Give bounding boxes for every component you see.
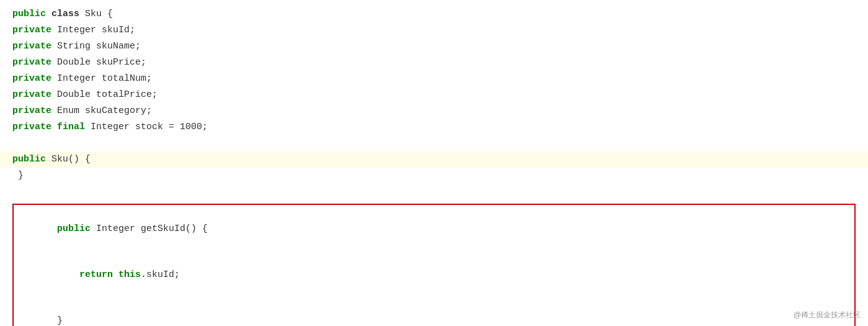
code-text: String skuName; (51, 39, 141, 54)
code-line-getter-close: } (14, 298, 854, 326)
code-text: Integer skuId; (51, 23, 135, 38)
keyword-public: public (57, 224, 91, 234)
keyword-private: private (12, 55, 51, 70)
code-text: Integer getSkuId() { (91, 224, 208, 234)
watermark: @稀土掘金技术社区 (794, 309, 861, 321)
code-text: } (57, 315, 63, 326)
keyword-private: private (12, 23, 51, 38)
code-text: Sku() { (46, 152, 91, 167)
code-line-field6: private Enum skuCategory; (0, 103, 868, 119)
code-line-class: public class Sku { (0, 6, 868, 22)
code-text: Sku { (79, 7, 113, 22)
code-text: } (12, 168, 24, 183)
code-line-constructor-close: } (0, 168, 868, 184)
code-line-getter-body: return this.skuId; (14, 252, 854, 298)
code-text: Integer totalNum; (51, 71, 152, 86)
code-line-empty2 (0, 184, 868, 200)
code-editor: public class Sku { private Integer skuId… (0, 0, 868, 326)
getter-box: public Integer getSkuId() { return this.… (12, 204, 856, 326)
code-text (46, 7, 51, 22)
code-line-field4: private Integer totalNum; (0, 71, 868, 87)
code-line-field7: private final Integer stock = 1000; (0, 119, 868, 135)
code-line-field2: private String skuName; (0, 38, 868, 55)
code-line-field3: private Double skuPrice; (0, 55, 868, 71)
keyword-this: this (118, 269, 141, 280)
code-text: Integer stock = 1000; (85, 120, 208, 135)
keyword-private: private (12, 104, 51, 119)
code-text: Double skuPrice; (51, 55, 146, 70)
code-text: Enum skuCategory; (51, 104, 152, 119)
code-text: .skuId; (141, 269, 180, 280)
code-text (113, 269, 118, 280)
keyword-private: private (12, 39, 51, 54)
keyword-public: public (12, 7, 46, 22)
keyword-private: private (12, 120, 51, 135)
code-text (51, 120, 57, 135)
code-line-empty1 (0, 135, 868, 152)
code-line-field1: private Integer skuId; (0, 22, 868, 38)
code-line-field5: private Double totalPrice; (0, 87, 868, 103)
keyword-private: private (12, 71, 51, 86)
code-text (57, 269, 79, 280)
keyword-class: class (51, 7, 79, 22)
keyword-private: private (12, 88, 51, 102)
code-text: Double totalPrice; (51, 88, 157, 102)
code-line-getter-open: public Integer getSkuId() { (14, 206, 854, 252)
keyword-return: return (79, 269, 113, 280)
code-line-constructor-open: public Sku() { (0, 152, 868, 168)
keyword-final: final (57, 120, 85, 135)
keyword-public: public (12, 152, 46, 167)
